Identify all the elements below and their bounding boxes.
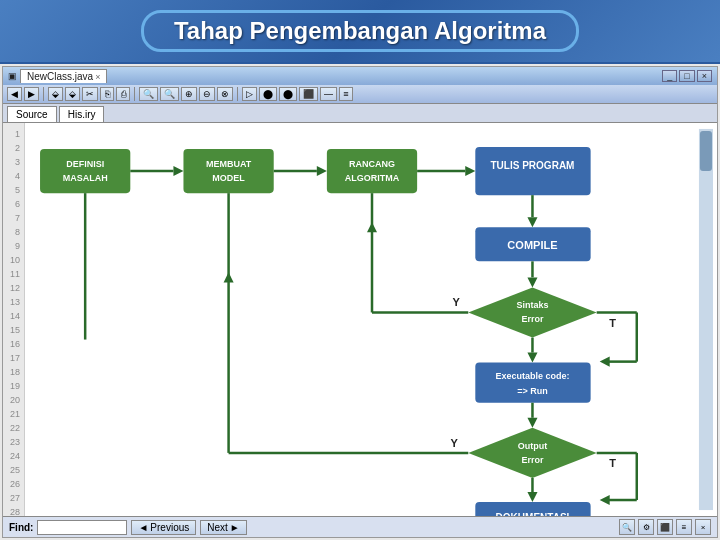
separator-2 [134, 87, 135, 101]
toolbar-btn-5[interactable]: ✂ [82, 87, 98, 101]
t-label-2: T [609, 457, 616, 469]
toolbar-btn-2[interactable]: ▶ [24, 87, 39, 101]
toolbar-btn-9[interactable]: 🔍 [160, 87, 179, 101]
ide-icon: ▣ [8, 71, 17, 81]
toolbar-btn-16[interactable]: ⬛ [299, 87, 318, 101]
arrow-4-head [527, 217, 537, 227]
ide-window: ▣ NewClass.java × _ □ × ◀ ▶ ⬙ ⬙ ✂ ⎘ ⎙ 🔍 … [2, 66, 718, 538]
scrollbar-thumb[interactable] [700, 131, 712, 171]
find-icon-4[interactable]: ≡ [676, 519, 692, 535]
source-tab[interactable]: Source [7, 106, 57, 122]
exec-text2: => Run [517, 386, 548, 396]
dokumentasi-text: DOKUMENTASI [496, 512, 570, 516]
next-label: Next [207, 522, 228, 533]
membuat-model-box [183, 149, 273, 193]
membuat-text1: MEMBUAT [206, 159, 252, 169]
rancang-text1: RANCANG [349, 159, 395, 169]
toolbar-btn-1[interactable]: ◀ [7, 87, 22, 101]
arrow-2-head [317, 166, 327, 176]
arrow-7-head [527, 418, 537, 428]
ide-main-area: 1234567891011121314151617181920212223242… [3, 123, 717, 516]
y-label-1: Y [453, 296, 461, 308]
exec-text1: Executable code: [495, 371, 569, 381]
arrow-1-head [173, 166, 183, 176]
toolbar-btn-10[interactable]: ⊕ [181, 87, 197, 101]
find-icon-1[interactable]: 🔍 [619, 519, 635, 535]
find-icon-group: 🔍 ⚙ ⬛ ≡ × [619, 519, 711, 535]
sintaks-diamond [468, 287, 596, 337]
previous-label: Previous [150, 522, 189, 533]
toolbar-btn-15[interactable]: ⬤ [279, 87, 297, 101]
title-area: Tahap Pengembangan Algoritma [0, 0, 720, 64]
separator-1 [43, 87, 44, 101]
toolbar-btn-13[interactable]: ▷ [242, 87, 257, 101]
find-icon-3[interactable]: ⬛ [657, 519, 673, 535]
next-arrow-icon: ► [230, 522, 240, 533]
t-arrow-output-head [600, 495, 610, 505]
separator-3 [237, 87, 238, 101]
ide-window-controls: _ □ × [662, 70, 712, 82]
minimize-btn[interactable]: _ [662, 70, 677, 82]
find-label: Find: [9, 522, 33, 533]
arrow-8-head [527, 492, 537, 502]
tulis-text1: TULIS PROGRAM [490, 160, 574, 171]
ide-tabs-bar: Source His.iry [3, 104, 717, 123]
line-numbers: 1234567891011121314151617181920212223242… [3, 123, 25, 516]
y-label-2: Y [451, 437, 459, 449]
t-label-1: T [609, 317, 616, 329]
previous-btn[interactable]: ◄ Previous [131, 520, 196, 535]
t-arrow-head [600, 357, 610, 367]
ide-file-tab[interactable]: NewClass.java × [20, 69, 107, 83]
toolbar-btn-17[interactable]: — [320, 87, 337, 101]
maximize-btn[interactable]: □ [679, 70, 694, 82]
sintaks-text2: Error [521, 315, 544, 325]
find-input[interactable] [37, 520, 127, 535]
history-tab[interactable]: His.iry [59, 106, 105, 122]
scrollbar-track [699, 129, 713, 510]
compile-text: COMPILE [507, 239, 557, 251]
toolbar-btn-6[interactable]: ⎘ [100, 87, 114, 101]
close-btn[interactable]: × [697, 70, 712, 82]
toolbar-btn-7[interactable]: ⎙ [116, 87, 130, 101]
ide-toolbar: ◀ ▶ ⬙ ⬙ ✂ ⎘ ⎙ 🔍 🔍 ⊕ ⊖ ⊗ ▷ ⬤ ⬤ ⬛ — ≡ [3, 85, 717, 104]
rancang-box [327, 149, 417, 193]
toolbar-btn-18[interactable]: ≡ [339, 87, 353, 101]
find-icon-5[interactable]: × [695, 519, 711, 535]
source-tab-label: Source [16, 109, 48, 120]
arrow-5-head [527, 277, 537, 287]
ide-tab-label: NewClass.java [27, 71, 93, 82]
y-arrow-2-head [224, 272, 234, 282]
definisi-masalah-box [40, 149, 130, 193]
flowchart-svg: DEFINISI MASALAH MEMBUAT MODEL RANCANG [25, 123, 717, 516]
flowchart-area: DEFINISI MASALAH MEMBUAT MODEL RANCANG [25, 123, 717, 516]
sintaks-text1: Sintaks [516, 300, 548, 310]
outer-window: Tahap Pengembangan Algoritma ▣ NewClass.… [0, 0, 720, 540]
find-bar: Find: ◄ Previous Next ► 🔍 ⚙ ⬛ ≡ × [3, 516, 717, 537]
find-icon-2[interactable]: ⚙ [638, 519, 654, 535]
output-diamond [468, 428, 596, 478]
toolbar-btn-3[interactable]: ⬙ [48, 87, 63, 101]
definisi-text2: MASALAH [63, 173, 108, 183]
arrow-6-head [527, 353, 537, 363]
toolbar-btn-14[interactable]: ⬤ [259, 87, 277, 101]
membuat-text2: MODEL [212, 173, 245, 183]
next-btn[interactable]: Next ► [200, 520, 246, 535]
rancang-text2: ALGORITMA [345, 173, 400, 183]
history-tab-label: His.iry [68, 109, 96, 120]
y-arrow-1-head [367, 222, 377, 232]
toolbar-btn-12[interactable]: ⊗ [217, 87, 233, 101]
tab-close-icon[interactable]: × [95, 72, 100, 82]
executable-box [475, 363, 590, 403]
output-text1: Output [518, 441, 548, 451]
output-text2: Error [521, 455, 544, 465]
arrow-3-head [465, 166, 475, 176]
prev-arrow-icon: ◄ [138, 522, 148, 533]
toolbar-btn-11[interactable]: ⊖ [199, 87, 215, 101]
definisi-text1: DEFINISI [66, 159, 104, 169]
page-title: Tahap Pengembangan Algoritma [141, 10, 579, 52]
ide-titlebar: ▣ NewClass.java × _ □ × [3, 67, 717, 85]
toolbar-btn-8[interactable]: 🔍 [139, 87, 158, 101]
toolbar-btn-4[interactable]: ⬙ [65, 87, 80, 101]
